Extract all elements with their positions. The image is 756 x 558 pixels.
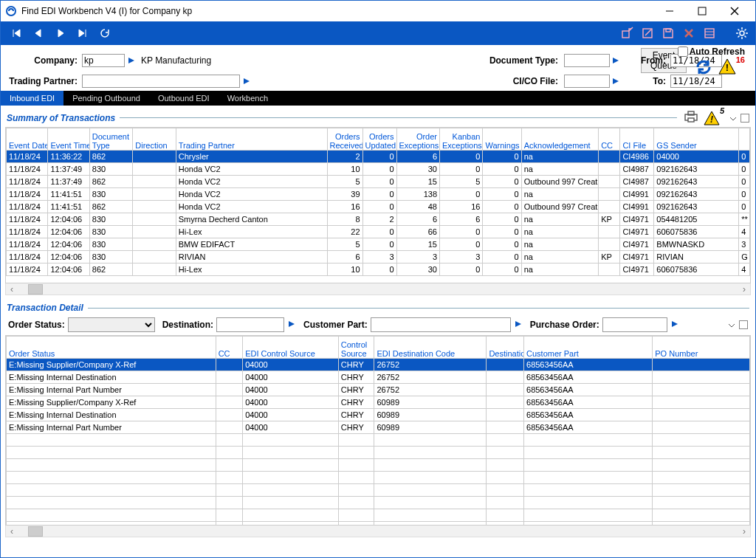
warning-badge[interactable]: ! 16 <box>718 58 745 75</box>
summary-row[interactable]: 11/18/2411:41:51830Honda VC239013800naCI… <box>7 188 750 201</box>
summary-col-header[interactable]: Acknowledgement <box>521 128 598 151</box>
tab-pending-outbound[interactable]: Pending Outbound <box>63 91 149 106</box>
customer-part-lookup-icon[interactable] <box>514 320 523 331</box>
cico-input[interactable] <box>564 75 610 88</box>
detail-row[interactable]: E:Missing Internal Part Number04000CHRY2… <box>7 384 750 396</box>
close-button[interactable] <box>718 1 751 21</box>
summary-col-header[interactable]: GS Sender <box>654 128 739 151</box>
detail-row[interactable]: E:Missing Supplier/Company X-Ref04000CHR… <box>7 359 750 371</box>
detail-col-header[interactable]: EDI Destination Code <box>374 337 487 359</box>
detail-scrollbar[interactable]: ‹› <box>5 526 751 537</box>
summary-col-header[interactable]: Event Time <box>48 128 89 151</box>
nav-first-button[interactable] <box>7 24 26 43</box>
detail-row[interactable]: E:Missing Internal Destination04000CHRY6… <box>7 409 750 421</box>
trading-partner-lookup-icon[interactable] <box>241 76 252 86</box>
toolbar <box>1 21 755 45</box>
settings-icon[interactable] <box>735 26 749 41</box>
maximize-button[interactable] <box>686 1 718 21</box>
tabs: Inbound EDIPending OutboundOutbound EDIW… <box>1 91 755 106</box>
company-input[interactable] <box>82 54 125 67</box>
purchase-order-input[interactable] <box>602 317 667 332</box>
edit-icon[interactable] <box>640 26 655 41</box>
purchase-order-label: Purchase Order: <box>530 320 599 330</box>
summary-col-header[interactable]: Orders Received <box>327 128 362 151</box>
minimize-button[interactable] <box>653 1 686 21</box>
summary-row[interactable]: 11/18/2411:37:49830Honda VC21003000naCI4… <box>7 163 750 176</box>
doc-type-input[interactable] <box>564 54 610 67</box>
detail-col-header[interactable]: Destination <box>487 337 524 359</box>
summary-col-header[interactable]: Kanban Exceptions <box>440 128 483 151</box>
doc-type-label: Document Type: <box>351 55 563 66</box>
company-label: Company: <box>7 55 80 66</box>
detail-col-header[interactable]: PO Number <box>653 337 750 359</box>
order-status-select[interactable] <box>68 317 155 332</box>
summary-row[interactable]: 11/18/2412:04:06830RIVIAN63330naKPCI4971… <box>7 251 750 264</box>
detail-header: Transaction Detail <box>1 298 755 314</box>
detail-grid[interactable]: Order StatusCCEDI Control SourceControl … <box>5 335 751 526</box>
summary-row[interactable]: 11/18/2412:04:06830BMW EDIFACT501500naCI… <box>7 238 750 251</box>
svg-rect-2 <box>698 7 706 15</box>
detail-row[interactable]: E:Missing Supplier/Company X-Ref04000CHR… <box>7 396 750 409</box>
customer-part-input[interactable] <box>371 317 511 332</box>
summary-row[interactable]: 11/18/2412:04:06830Hi-Lex2206600naCI4971… <box>7 226 750 238</box>
nav-prev-button[interactable] <box>29 24 48 43</box>
summary-col-header[interactable]: CI File <box>620 128 654 151</box>
detail-row[interactable]: E:Missing Internal Destination04000CHRY2… <box>7 371 750 384</box>
summary-col-header[interactable]: Warnings <box>483 128 521 151</box>
summary-col-header[interactable]: CC <box>599 128 620 151</box>
svg-text:!: ! <box>710 114 713 125</box>
order-status-label: Order Status: <box>8 320 65 330</box>
summary-row[interactable]: 11/18/2412:04:06862Hi-Lex1003000naCI4971… <box>7 264 750 276</box>
grid-options-icon[interactable] <box>740 114 749 123</box>
purchase-order-lookup-icon[interactable] <box>670 320 679 331</box>
to-label: To: <box>610 76 669 86</box>
detail-row[interactable]: E:Missing Internal Part Number04000CHRY6… <box>7 421 750 434</box>
delete-icon[interactable] <box>681 26 696 41</box>
tab-outbound-edi[interactable]: Outbound EDI <box>149 91 219 106</box>
summary-col-header[interactable]: Trading Partner <box>176 128 327 151</box>
summary-scrollbar[interactable]: ‹› <box>5 283 751 295</box>
refresh-arrows-icon[interactable] <box>693 58 714 78</box>
save-icon[interactable] <box>661 26 676 41</box>
summary-warning-icon[interactable]: ! 5 <box>704 111 724 125</box>
detail-expand-icon[interactable] <box>727 320 736 329</box>
detail-row-empty <box>7 509 750 522</box>
tab-inbound-edi[interactable]: Inbound EDI <box>1 91 63 106</box>
summary-col-header[interactable]: Event Date <box>7 128 48 151</box>
trading-partner-input[interactable] <box>82 75 240 88</box>
summary-col-header[interactable]: Direction <box>133 128 176 151</box>
tab-workbench[interactable]: Workbench <box>219 91 277 106</box>
svg-rect-15 <box>688 118 694 122</box>
summary-grid[interactable]: Event DateEvent TimeDocument TypeDirecti… <box>5 127 751 283</box>
list-icon[interactable] <box>702 26 717 41</box>
destination-lookup-icon[interactable] <box>287 320 296 331</box>
export-icon[interactable] <box>619 26 634 41</box>
svg-point-11 <box>740 31 744 35</box>
summary-row[interactable]: 11/18/2411:36:22862Chrysler20600naCI4986… <box>7 151 750 163</box>
nav-next-button[interactable] <box>51 24 70 43</box>
summary-row[interactable]: 11/18/2411:37:49862Honda VC2501550Outbou… <box>7 176 750 188</box>
summary-col-header[interactable]: Orders Updated <box>362 128 396 151</box>
svg-rect-5 <box>622 31 629 38</box>
summary-col-header[interactable]: Document Type <box>89 128 132 151</box>
nav-last-button[interactable] <box>73 24 92 43</box>
refresh-button[interactable] <box>95 24 114 43</box>
summary-row[interactable]: 11/18/2411:41:51862Honda VC216048160Outb… <box>7 201 750 213</box>
detail-col-header[interactable]: Customer Part <box>524 337 653 359</box>
svg-text:!: ! <box>726 62 729 73</box>
filter-bar: Company: KP Manufacturing Document Type:… <box>1 45 755 91</box>
detail-col-header[interactable]: Order Status <box>7 337 216 359</box>
detail-col-header[interactable]: Control Source <box>338 337 374 359</box>
summary-row[interactable]: 11/18/2412:04:06830Smyrna Decherd Canton… <box>7 213 750 226</box>
summary-col-header[interactable]: Order Exceptions <box>396 128 439 151</box>
detail-grid-options-icon[interactable] <box>739 320 748 329</box>
destination-input[interactable] <box>216 317 284 332</box>
expand-icon[interactable] <box>729 114 738 123</box>
detail-col-header[interactable]: CC <box>216 337 242 359</box>
company-lookup-icon[interactable] <box>126 55 137 66</box>
company-name-text: KP Manufacturing <box>141 55 211 66</box>
detail-filter-row: Order Status: Destination: Customer Part… <box>1 314 755 335</box>
printer-icon[interactable] <box>683 110 699 125</box>
auto-refresh-checkbox[interactable]: Auto Refresh <box>678 46 745 57</box>
detail-col-header[interactable]: EDI Control Source <box>243 337 339 359</box>
